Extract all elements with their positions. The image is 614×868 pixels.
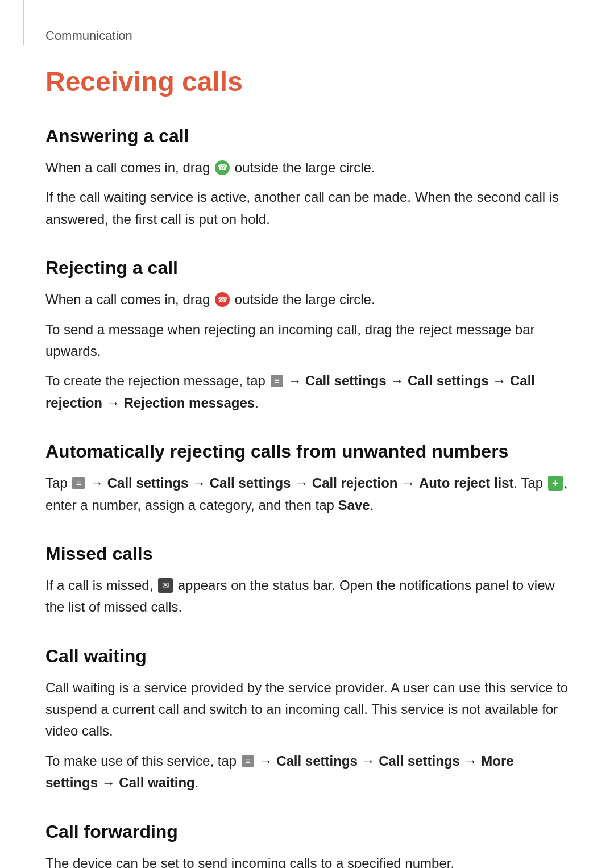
phone-answer-icon: ☎ (215, 160, 230, 175)
section-rejecting-a-call: Rejecting a call When a call comes in, d… (45, 258, 569, 414)
call-waiting-para-1: Call waiting is a service provided by th… (45, 677, 569, 742)
rejecting-para-1: When a call comes in, drag ☎ outside the… (45, 289, 569, 310)
section-heading-auto-reject: Automatically rejecting calls from unwan… (45, 441, 569, 462)
page-title: Receiving calls (45, 66, 569, 97)
section-heading-rejecting: Rejecting a call (45, 258, 569, 279)
missed-call-icon (158, 578, 173, 593)
section-auto-reject: Automatically rejecting calls from unwan… (45, 441, 569, 516)
plus-icon (548, 476, 563, 491)
section-answering-a-call: Answering a call When a call comes in, d… (45, 126, 569, 230)
answering-para-2: If the call waiting service is active, a… (45, 186, 569, 230)
page: Communication Receiving calls Answering … (0, 0, 614, 868)
section-heading-call-forwarding: Call forwarding (45, 821, 569, 842)
section-missed-calls: Missed calls If a call is missed, appear… (45, 543, 569, 618)
section-call-waiting: Call waiting Call waiting is a service p… (45, 646, 569, 794)
category-label: Communication (45, 28, 569, 43)
section-heading-answering: Answering a call (45, 126, 569, 147)
menu-icon-3 (242, 755, 254, 767)
rejecting-para-3: To create the rejection message, tap → C… (45, 370, 569, 414)
call-waiting-para-2: To make use of this service, tap → Call … (45, 750, 569, 794)
menu-icon-1 (271, 375, 283, 387)
answering-para-1: When a call comes in, drag ☎ outside the… (45, 157, 569, 178)
phone-reject-icon: ☎ (215, 292, 230, 307)
rejecting-para-2: To send a message when rejecting an inco… (45, 319, 569, 363)
auto-reject-para-1: Tap → Call settings → Call settings → Ca… (45, 472, 569, 516)
left-border-decoration (23, 0, 24, 45)
call-forwarding-para-1: The device can be set to send incoming c… (45, 853, 569, 868)
section-heading-missed: Missed calls (45, 543, 569, 564)
section-heading-call-waiting: Call waiting (45, 646, 569, 667)
section-call-forwarding: Call forwarding The device can be set to… (45, 821, 569, 868)
menu-icon-2 (72, 477, 85, 489)
missed-para-1: If a call is missed, appears on the stat… (45, 575, 569, 618)
